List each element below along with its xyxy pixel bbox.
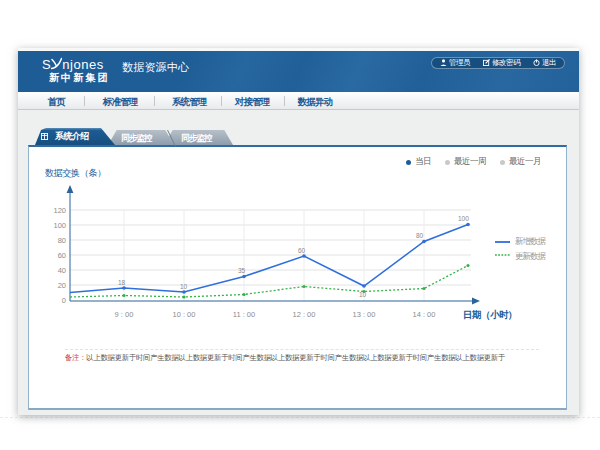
svg-text:120: 120 [53, 206, 66, 215]
svg-text:9 : 00: 9 : 00 [115, 310, 134, 319]
svg-text:60: 60 [58, 251, 66, 260]
svg-text:更新数据: 更新数据 [515, 251, 547, 261]
svg-text:100: 100 [458, 215, 469, 222]
svg-text:100: 100 [53, 221, 66, 230]
svg-text:10 : 00: 10 : 00 [173, 310, 196, 319]
svg-text:11 : 00: 11 : 00 [233, 310, 255, 319]
svg-text:0: 0 [62, 296, 66, 305]
svg-text:12 : 00: 12 : 00 [293, 310, 316, 319]
svg-text:日期（小时）: 日期（小时） [463, 309, 517, 321]
svg-text:10: 10 [359, 291, 367, 298]
svg-text:60: 60 [298, 247, 306, 254]
svg-text:10: 10 [180, 283, 188, 290]
svg-text:18: 18 [118, 279, 126, 286]
svg-text:80: 80 [416, 232, 424, 239]
svg-text:40: 40 [58, 266, 66, 275]
svg-text:13 : 00: 13 : 00 [353, 310, 376, 319]
svg-text:80: 80 [58, 236, 66, 245]
svg-text:新增数据: 新增数据 [515, 236, 547, 246]
svg-text:14 : 00: 14 : 00 [413, 310, 436, 319]
svg-text:20: 20 [58, 281, 66, 290]
svg-text:35: 35 [238, 267, 246, 274]
